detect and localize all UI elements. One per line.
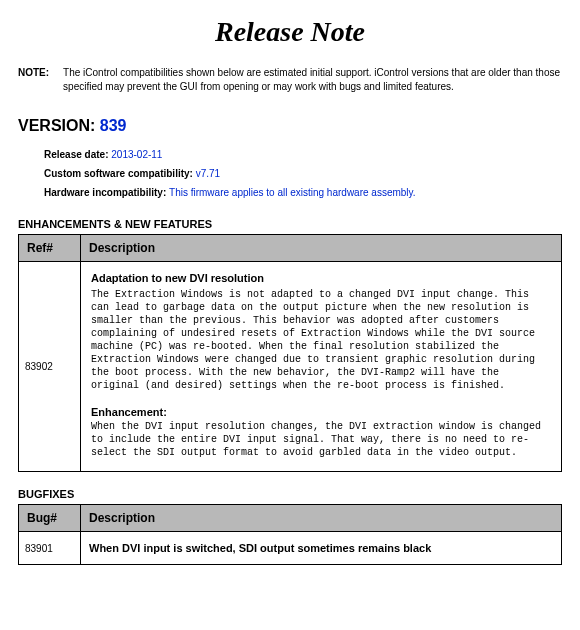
table-row: 83901 When DVI input is switched, SDI ou…: [19, 532, 562, 565]
release-date-value: 2013-02-11: [111, 149, 162, 160]
table-header-row: Ref# Description: [19, 235, 562, 262]
bug-ref-cell: 83901: [19, 532, 81, 565]
col-ref: Ref#: [19, 235, 81, 262]
compat-value: v7.71: [196, 168, 220, 179]
bug-heading: BUGFIXES: [18, 488, 562, 500]
enh-row-body2: When the DVI input resolution changes, t…: [91, 420, 551, 459]
col-bug: Bug#: [19, 505, 81, 532]
table-header-row: Bug# Description: [19, 505, 562, 532]
bug-desc-cell: When DVI input is switched, SDI output s…: [81, 532, 562, 565]
meta-block: Release date: 2013-02-11 Custom software…: [44, 145, 562, 202]
enh-row-title: Adaptation to new DVI resolution: [91, 272, 551, 284]
note-label: NOTE:: [18, 66, 49, 93]
ref-cell: 83902: [19, 262, 81, 472]
release-date-label: Release date:: [44, 149, 111, 160]
hw-label: Hardware incompatibility:: [44, 187, 169, 198]
table-row: 83902 Adaptation to new DVI resolution T…: [19, 262, 562, 472]
note-text: The iControl compatibilities shown below…: [63, 66, 562, 93]
col-desc: Description: [81, 235, 562, 262]
enh-table: Ref# Description 83902 Adaptation to new…: [18, 234, 562, 472]
enh-row-subhead: Enhancement:: [91, 406, 551, 418]
version-line: VERSION: 839: [18, 117, 562, 135]
enh-heading: ENHANCEMENTS & NEW FEATURES: [18, 218, 562, 230]
version-prefix: VERSION:: [18, 117, 100, 134]
bug-table: Bug# Description 83901 When DVI input is…: [18, 504, 562, 565]
version-number: 839: [100, 117, 127, 134]
page-title: Release Note: [18, 16, 562, 48]
desc-cell: Adaptation to new DVI resolution The Ext…: [81, 262, 562, 472]
col-desc: Description: [81, 505, 562, 532]
compat-label: Custom software compatibility:: [44, 168, 196, 179]
enh-row-body: The Extraction Windows is not adapted to…: [91, 288, 551, 392]
note-block: NOTE: The iControl compatibilities shown…: [18, 66, 562, 93]
hw-value: This firmware applies to all existing ha…: [169, 187, 416, 198]
